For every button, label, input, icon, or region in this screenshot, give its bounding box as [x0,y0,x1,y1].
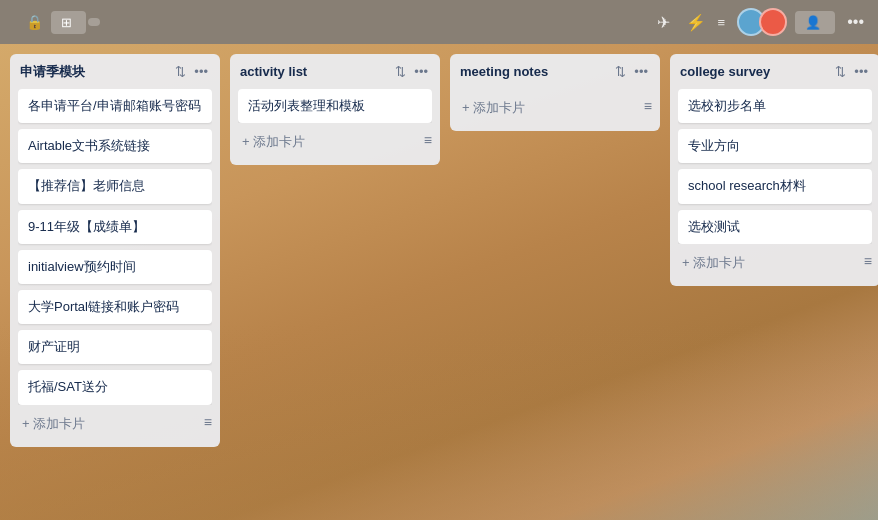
template-icon-2[interactable]: ≡ [644,98,652,114]
share-icon: 👤 [805,15,821,30]
add-card-row-3: + 添加卡片≡ [678,244,872,278]
sort-icon-3[interactable]: ⇅ [833,62,848,81]
board-view-button[interactable]: ⊞ [51,11,86,34]
column-more-icon-3[interactable]: ••• [852,62,870,81]
column-title-1: activity list [240,64,393,79]
column-header-1: activity list⇅••• [238,62,432,81]
column-header-3: college survey⇅••• [678,62,872,81]
column-title-2: meeting notes [460,64,613,79]
list-item[interactable]: 专业方向 [678,129,872,163]
lightning-icon-button[interactable]: ⚡ [682,9,710,36]
list-item[interactable]: 托福/SAT送分 [18,370,212,404]
app-header: 🔒 ⊞ ✈ ⚡ ≡ 👤 ••• [0,0,878,44]
add-card-button-2[interactable]: + 添加卡片 [458,93,644,123]
sort-icon-1[interactable]: ⇅ [393,62,408,81]
view-toggle[interactable]: ⊞ [51,11,100,34]
template-icon-3[interactable]: ≡ [864,253,872,269]
template-icon-0[interactable]: ≡ [204,414,212,430]
list-item[interactable]: Airtable文书系统链接 [18,129,212,163]
column-col-4: college survey⇅•••选校初步名单专业方向school resea… [670,54,878,286]
board-icon: ⊞ [61,15,72,30]
cards-container-3: 选校初步名单专业方向school research材料选校测试 [678,89,872,244]
lock-icon: 🔒 [26,14,43,30]
list-item[interactable]: 选校测试 [678,210,872,244]
column-header-icons-2: ⇅••• [613,62,650,81]
column-col-1: 申请季模块⇅•••各申请平台/申请邮箱账号密码Airtable文书系统链接【推荐… [10,54,220,447]
list-item[interactable]: initialview预约时间 [18,250,212,284]
list-item[interactable]: 大学Portal链接和账户密码 [18,290,212,324]
column-header-icons-3: ⇅••• [833,62,870,81]
column-header-icons-0: ⇅••• [173,62,210,81]
sort-icon-0[interactable]: ⇅ [173,62,188,81]
add-card-button-0[interactable]: + 添加卡片 [18,409,204,439]
list-item[interactable]: 【推荐信】老师信息 [18,169,212,203]
column-more-icon-0[interactable]: ••• [192,62,210,81]
add-card-button-3[interactable]: + 添加卡片 [678,248,864,278]
cards-container-1: 活动列表整理和模板 [238,89,432,123]
column-col-3: meeting notes⇅•••+ 添加卡片≡ [450,54,660,131]
column-header-2: meeting notes⇅••• [458,62,652,81]
avatar-m [759,8,787,36]
column-title-3: college survey [680,64,833,79]
more-options-button[interactable]: ••• [843,9,868,35]
list-item[interactable]: 选校初步名单 [678,89,872,123]
header-right-actions: ✈ ⚡ ≡ 👤 ••• [653,8,868,36]
column-header-icons-1: ⇅••• [393,62,430,81]
filter-icon: ≡ [718,15,726,30]
add-card-button-1[interactable]: + 添加卡片 [238,127,424,157]
board-background: 申请季模块⇅•••各申请平台/申请邮箱账号密码Airtable文书系统链接【推荐… [0,44,878,520]
send-icon-button[interactable]: ✈ [653,9,674,36]
add-card-row-0: + 添加卡片≡ [18,405,212,439]
list-item[interactable]: school research材料 [678,169,872,203]
list-item[interactable]: 活动列表整理和模板 [238,89,432,123]
column-more-icon-2[interactable]: ••• [632,62,650,81]
add-card-row-1: + 添加卡片≡ [238,123,432,157]
cards-container-0: 各申请平台/申请邮箱账号密码Airtable文书系统链接【推荐信】老师信息9-1… [18,89,212,405]
template-icon-1[interactable]: ≡ [424,132,432,148]
add-card-row-2: + 添加卡片≡ [458,89,652,123]
list-item[interactable]: 各申请平台/申请邮箱账号密码 [18,89,212,123]
filter-button[interactable]: ≡ [718,15,730,30]
column-title-0: 申请季模块 [20,63,173,81]
avatar-group [737,8,787,36]
list-item[interactable]: 9-11年级【成绩单】 [18,210,212,244]
column-header-0: 申请季模块⇅••• [18,62,212,81]
columns-container: 申请季模块⇅•••各申请平台/申请邮箱账号密码Airtable文书系统链接【推荐… [0,44,878,520]
sort-icon-2[interactable]: ⇅ [613,62,628,81]
list-item[interactable]: 财产证明 [18,330,212,364]
share-button[interactable]: 👤 [795,11,835,34]
column-more-icon-1[interactable]: ••• [412,62,430,81]
view-dropdown-button[interactable] [88,18,100,26]
column-col-2: activity list⇅•••活动列表整理和模板+ 添加卡片≡ [230,54,440,165]
